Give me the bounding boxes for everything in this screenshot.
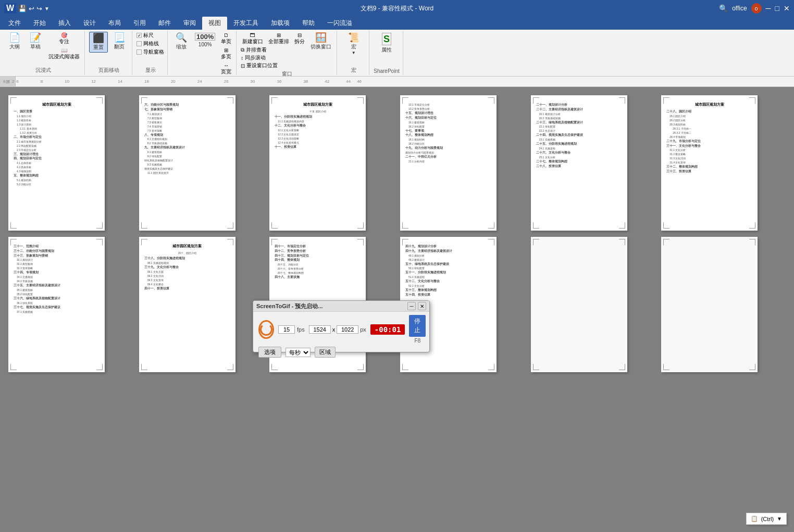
tab-flash[interactable]: 一闪流溢 (321, 17, 358, 30)
btn-immersive-reader[interactable]: 📖 沉浸式阅读器 (47, 47, 81, 61)
screentogif-interval-select[interactable]: 每秒 (286, 348, 311, 357)
page1-line: 1.1 项目介绍 (14, 114, 100, 118)
page4-line: 十九、动力分析与园景规划 (405, 146, 491, 150)
corner-tl (141, 97, 147, 104)
doc-page-4[interactable]: 13.1 市场定位分析 13.2 竞争形势分析 十五、规划设计理念 十六、规划目… (400, 95, 497, 231)
user-avatar: o (751, 3, 762, 14)
tab-file[interactable]: 文件 (2, 17, 27, 30)
tab-addins[interactable]: 加载项 (265, 17, 296, 30)
corner-br (749, 364, 755, 370)
btn-reset-page[interactable]: ⬛ 重置 (89, 32, 108, 53)
100-icon: 100% (195, 33, 215, 41)
checkbox-gridlines[interactable]: 网格线 (137, 40, 164, 47)
checkbox-nav-pane[interactable]: 导航窗格 (137, 48, 164, 56)
tab-review[interactable]: 审阅 (177, 17, 202, 30)
sync-scroll-icon: ↕ (241, 55, 243, 61)
maximize-button[interactable]: □ (775, 4, 779, 12)
close-button[interactable]: ✕ (784, 4, 790, 12)
title-bar-left: W 💾 ↩ ↪ ▼ (4, 3, 49, 14)
tab-help[interactable]: 帮助 (296, 17, 321, 30)
screentogif-minimize-button[interactable]: ─ (407, 302, 416, 310)
screentogif-width-input[interactable] (309, 325, 331, 334)
tab-layout[interactable]: 布局 (102, 17, 127, 30)
search-icon[interactable]: 🔍 (719, 4, 728, 12)
btn-sync-scroll[interactable]: ↕ 同步滚动 (241, 54, 306, 61)
btn-new-window[interactable]: 🗔 新建窗口 (241, 32, 265, 46)
doc-page-8[interactable]: 城市园区规划方案 四十、园区介绍 三十八、分阶段实施进程规划 38.1 实施进程… (139, 237, 235, 372)
btn-100[interactable]: 100% 100% (193, 32, 217, 48)
page8-line: 39.2 文化活动 (144, 274, 230, 278)
tab-mail[interactable]: 邮件 (152, 17, 177, 30)
corner-bl (271, 364, 278, 370)
doc-page-1[interactable]: 城市园区规划方案 一、园区背景 1.1 项目介绍 1.2 规划目标 1.3 设计… (8, 95, 105, 231)
page2-line: 7.4 市场营销 (144, 124, 230, 129)
group-page-move-label: 页面移动 (98, 67, 119, 74)
quick-access-more-icon[interactable]: ▼ (44, 6, 49, 11)
doc-page-2[interactable]: 六、功能分区与园景规划 七、形象策划与营销 7.1 规划设计 7.2 典型案例 … (139, 95, 235, 231)
tab-view[interactable]: 视图 (202, 17, 227, 30)
btn-side-by-side[interactable]: ⧉ 并排查看 (241, 46, 306, 54)
corner-tl (271, 97, 278, 104)
doc-page-5[interactable]: 二十一、规划设计分析 二十二、主要经济指标及建筑设计 20.1 规划设计分析 2… (531, 95, 627, 231)
quick-save-icon[interactable]: 💾 (18, 5, 27, 12)
screentogif-options-row: 选项 每秒 区域 (253, 347, 429, 361)
group-page-move: ⬛ 重置 📃 翻页 页面移动 (86, 31, 132, 75)
screentogif-close-button[interactable]: ✕ (418, 302, 426, 310)
group-immersive-inner: 📄 大纲 📝 草稿 🎯 专注 📖 沉浸式阅读器 (5, 32, 81, 66)
page5-line: 二十六、文化分析与整合 (536, 150, 622, 155)
btn-page-width[interactable]: ↔ 页宽 (219, 62, 233, 76)
gridlines-label: 网格线 (143, 40, 159, 47)
screentogif-fps-input[interactable] (278, 325, 295, 334)
page5-line: 25.1 文化分析 (536, 155, 622, 159)
screentogif-stop-button[interactable]: 停止 (409, 315, 426, 337)
tab-insert[interactable]: 插入 (52, 17, 77, 30)
btn-flip-page[interactable]: 📃 翻页 (110, 32, 129, 52)
reset-page-icon: ⬛ (93, 33, 104, 43)
minimize-button[interactable]: ─ (766, 4, 771, 12)
btn-multi-page[interactable]: ⊞ 多页 (219, 47, 233, 61)
page3-line: 11.1 实施进程规划内容 (275, 119, 361, 123)
page1-line: 4.3 细项说明 (14, 169, 100, 173)
btn-properties[interactable]: S 属性 (377, 32, 396, 55)
btn-outline[interactable]: 📄 大纲 (5, 32, 24, 52)
page10-line: 49.1 规划分析 (405, 254, 491, 258)
paste-tip-arrow[interactable]: ▼ (777, 516, 782, 522)
page-grid-row1: 城市园区规划方案 一、园区背景 1.1 项目介绍 1.2 规划目标 1.3 设计… (8, 95, 786, 231)
btn-focus[interactable]: 🎯 专注 (47, 32, 81, 46)
screentogif-height-input[interactable] (337, 325, 358, 334)
btn-zoom[interactable]: 🔍 缩放 (172, 32, 191, 52)
page-width-icon: ↔ (224, 62, 229, 68)
page7-line: 36.1 绿化系统 (14, 301, 100, 305)
btn-single-page[interactable]: 🗋 单页 (219, 32, 233, 46)
paste-tip[interactable]: 📋 (Ctrl) ▼ (746, 513, 787, 525)
redo-icon[interactable]: ↪ (36, 5, 42, 12)
page1-title: 城市园区规划方案 (14, 103, 100, 107)
group-sharepoint-label: SharePoint (374, 68, 399, 74)
group-zoom-inner: 🔍 缩放 100% 100% 🗋 单页 ⊞ 多页 (172, 32, 233, 76)
doc-page-6[interactable]: 城市园区规划方案 二十八、园区介绍 28.1 园区介绍 28.2 园区分析 28… (661, 95, 758, 231)
doc-page-7[interactable]: 三十一、范围介绍 三十二、功能分区与园景规划 三十三、形象策划与营销 32.1 … (8, 237, 105, 372)
screentogif-region-button[interactable]: 区域 (315, 347, 336, 358)
btn-arrange-all[interactable]: ⊞ 全部重排 (267, 32, 291, 46)
btn-macro[interactable]: 📜 宏 ▼ (344, 32, 363, 56)
tab-references[interactable]: 引用 (127, 17, 152, 30)
screentogif-options-button[interactable]: 选项 (258, 347, 281, 358)
document-area[interactable]: 城市园区规划方案 一、园区背景 1.1 项目介绍 1.2 规划目标 1.3 设计… (0, 87, 794, 532)
btn-draft[interactable]: 📝 草稿 (26, 32, 45, 52)
btn-split[interactable]: ⊟ 拆分 (293, 32, 306, 46)
checkbox-ruler[interactable]: ✓ 标尺 (137, 32, 164, 39)
btn-switch-window[interactable]: 🪟 切换窗口 (308, 32, 333, 52)
screentogif-dialog[interactable]: ScreenToGif - 预先启动... ─ ✕ fps x (253, 300, 430, 352)
corner-bl (663, 364, 669, 370)
tab-home[interactable]: 开始 (27, 17, 52, 30)
doc-page-3[interactable]: 城市园区规划方案 十页 园区介绍 十一、分阶段实施进程规划 11.1 实施进程规… (269, 95, 366, 231)
page2-line: 8.1 交通组织规划 (144, 137, 230, 141)
page1-line: 四、规划目标与定位 (14, 156, 100, 161)
btn-reset-window[interactable]: ⊡ 重设窗口位置 (241, 62, 306, 69)
tab-design[interactable]: 设计 (77, 17, 102, 30)
undo-icon[interactable]: ↩ (29, 5, 34, 12)
tab-developer[interactable]: 开发工具 (227, 17, 265, 30)
page6-title: 城市园区规划方案 (666, 103, 752, 107)
page9-line: 四十四、整体规划 (275, 258, 361, 262)
page4-line: 十八、整体规划构想 (405, 133, 491, 137)
